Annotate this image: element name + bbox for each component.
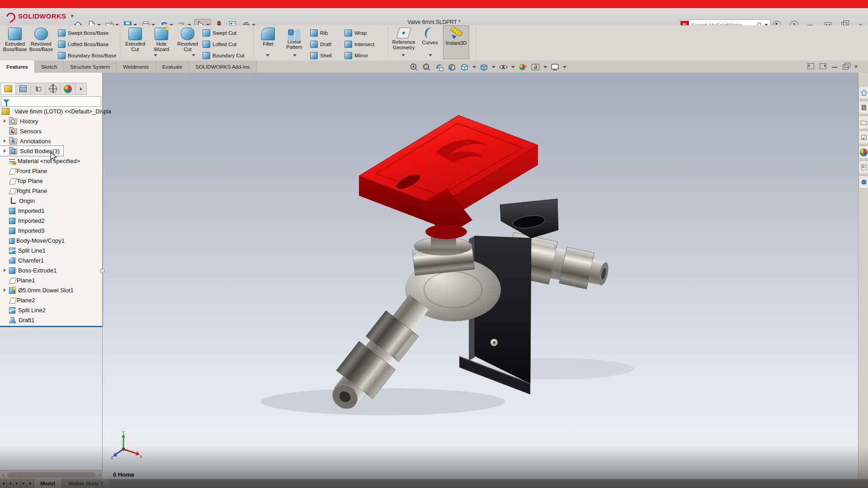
view-settings-icon[interactable] xyxy=(550,62,560,72)
tree-item[interactable]: Right Plane xyxy=(0,186,51,196)
doc-minimize-icon[interactable] xyxy=(832,67,837,68)
doc-restore-icon[interactable] xyxy=(843,65,849,70)
tree-filter-box[interactable] xyxy=(1,96,101,107)
tab-scroll-last[interactable] xyxy=(20,479,27,488)
ribbon-tab[interactable]: Evaluate xyxy=(156,61,189,73)
tree-item[interactable]: Draft1 xyxy=(0,315,38,325)
pane-left-icon[interactable] xyxy=(807,63,814,69)
ribbon-small-button[interactable]: Wrap xyxy=(344,27,367,38)
view-settings-dropdown[interactable] xyxy=(563,66,566,68)
tree-item[interactable]: Boss-Extrude1 xyxy=(0,265,60,275)
ribbon-small-button[interactable]: Mirror xyxy=(344,50,368,61)
tree-item[interactable]: Imported1 xyxy=(0,206,48,216)
tab-configuration-manager[interactable] xyxy=(31,83,46,95)
display-style-dropdown[interactable] xyxy=(492,66,495,68)
apply-scene-dropdown[interactable] xyxy=(543,66,547,68)
splitter-handle[interactable] xyxy=(100,268,105,273)
previous-view-icon[interactable] xyxy=(434,62,444,72)
ribbon-small-button[interactable]: Boundary Cut xyxy=(203,50,244,61)
ribbon-button[interactable]: Instant3D xyxy=(443,25,469,59)
pane-right-icon[interactable] xyxy=(820,63,826,69)
dropdown-caret[interactable] xyxy=(266,54,269,56)
dropdown-caret[interactable] xyxy=(293,54,297,56)
hide-show-items-icon[interactable] xyxy=(499,62,508,72)
ribbon-small-button[interactable]: Lofted Cut xyxy=(203,38,236,50)
tree-item[interactable]: Split Line2 xyxy=(0,305,49,315)
ribbon-small-button[interactable]: Lofted Boss/Base xyxy=(58,38,108,50)
view-orientation-dropdown[interactable] xyxy=(472,66,476,68)
display-style-icon[interactable] xyxy=(479,62,489,72)
rollback-bar[interactable] xyxy=(0,326,102,327)
tab-scroll-end[interactable] xyxy=(27,479,34,488)
expand-arrow-icon[interactable] xyxy=(4,149,9,153)
ribbon-small-button[interactable]: Swept Boss/Base xyxy=(58,27,108,38)
panel-tabs-overflow[interactable] xyxy=(75,83,87,95)
taskpane-file-explorer-button[interactable] xyxy=(859,116,868,129)
ribbon-small-button[interactable]: Swept Cut xyxy=(203,27,236,38)
tree-item[interactable]: Material <not specified> xyxy=(0,156,84,166)
taskpane-appearances-button[interactable] xyxy=(859,145,868,159)
expand-arrow-icon[interactable] xyxy=(4,139,9,143)
tree-item[interactable]: Imported3 xyxy=(0,225,48,235)
tree-item[interactable]: Imported2 xyxy=(0,216,48,225)
taskpane-design-library-button[interactable] xyxy=(859,101,868,114)
edit-appearance-icon[interactable] xyxy=(518,62,528,72)
hide-show-dropdown[interactable] xyxy=(511,66,515,68)
taskpane-custom-properties-button[interactable] xyxy=(859,160,868,174)
tree-item[interactable]: Ø5.0mm Dowel Slot1 xyxy=(0,285,77,295)
study-tab[interactable]: Motion Study 1 xyxy=(62,479,110,488)
expand-arrow-icon[interactable] xyxy=(4,119,9,123)
ribbon-button[interactable]: Hole Wizard xyxy=(148,25,175,52)
tab-dimxpert-manager[interactable] xyxy=(46,83,61,95)
tab-scroll-next[interactable] xyxy=(14,479,20,488)
ribbon-button[interactable]: Linear Pattern xyxy=(281,25,307,50)
tree-item[interactable]: Annotations xyxy=(0,136,55,146)
dropdown-caret[interactable] xyxy=(192,54,195,56)
ribbon-small-button[interactable]: Intersect xyxy=(344,38,374,50)
ribbon-button[interactable]: Extruded Cut xyxy=(122,25,148,52)
tree-item[interactable]: Sensors xyxy=(0,126,45,136)
expand-arrow-icon[interactable] xyxy=(4,268,9,272)
ribbon-small-button[interactable]: Boundary Boss/Base xyxy=(58,50,116,61)
scroll-right-icon[interactable]: › xyxy=(96,470,103,479)
tree-item[interactable]: Split Line1 xyxy=(0,245,49,255)
ribbon-small-button[interactable]: Shell xyxy=(310,50,332,61)
ribbon-small-button[interactable]: Rib xyxy=(310,27,328,38)
ribbon-tab[interactable]: Structure System xyxy=(64,61,117,73)
ribbon-tab[interactable]: SOLIDWORKS Add-Ins xyxy=(189,61,256,73)
zoom-to-fit-icon[interactable] xyxy=(409,62,419,72)
ribbon-small-button[interactable]: Draft xyxy=(310,38,331,50)
scroll-left-icon[interactable]: ‹ xyxy=(0,470,6,479)
tab-feature-manager[interactable] xyxy=(0,83,16,95)
logo-expand-icon[interactable] xyxy=(71,14,74,18)
tab-display-manager[interactable] xyxy=(61,83,75,95)
tree-item[interactable]: Origin xyxy=(0,196,38,206)
taskpane-forum-button[interactable] xyxy=(859,175,868,189)
dropdown-caret[interactable] xyxy=(154,54,157,56)
tree-item[interactable]: Chamfer1 xyxy=(0,255,47,265)
ribbon-tab[interactable]: Weldments xyxy=(117,61,156,73)
scrollbar-thumb[interactable] xyxy=(7,472,95,478)
doc-close-icon[interactable]: × xyxy=(854,63,858,70)
apply-scene-icon[interactable] xyxy=(531,62,540,72)
tree-item[interactable]: Front Plane xyxy=(0,166,51,176)
dropdown-caret[interactable] xyxy=(401,54,405,56)
valve-3d-model[interactable] xyxy=(103,73,859,488)
ribbon-tab[interactable]: Features xyxy=(0,61,35,73)
tab-property-manager[interactable] xyxy=(16,83,31,95)
tree-root-item[interactable]: Valve 6mm (LOTO) <<Default>_Displa xyxy=(2,108,111,115)
ribbon-tab[interactable]: Sketch xyxy=(35,61,64,73)
ribbon-button[interactable]: Reference Geometry xyxy=(391,25,417,50)
section-view-icon[interactable] xyxy=(447,62,457,72)
tab-scroll-prev[interactable] xyxy=(7,479,14,488)
tree-item[interactable]: History xyxy=(0,116,42,126)
taskpane-home-button[interactable] xyxy=(859,86,868,99)
graphics-viewport[interactable]: Lorem Ipsum Y X Z xyxy=(0,73,858,488)
ribbon-button[interactable]: Curves xyxy=(417,25,443,45)
ribbon-button[interactable]: Revolved Cut xyxy=(175,25,201,52)
taskpane-view-palette-button[interactable] xyxy=(859,131,868,144)
zoom-to-area-icon[interactable] xyxy=(422,62,431,72)
view-orientation-icon[interactable] xyxy=(460,62,469,72)
panel-horizontal-scrollbar[interactable]: ‹ › xyxy=(0,470,103,479)
ribbon-button[interactable]: Revolved Boss/Base xyxy=(28,25,54,52)
